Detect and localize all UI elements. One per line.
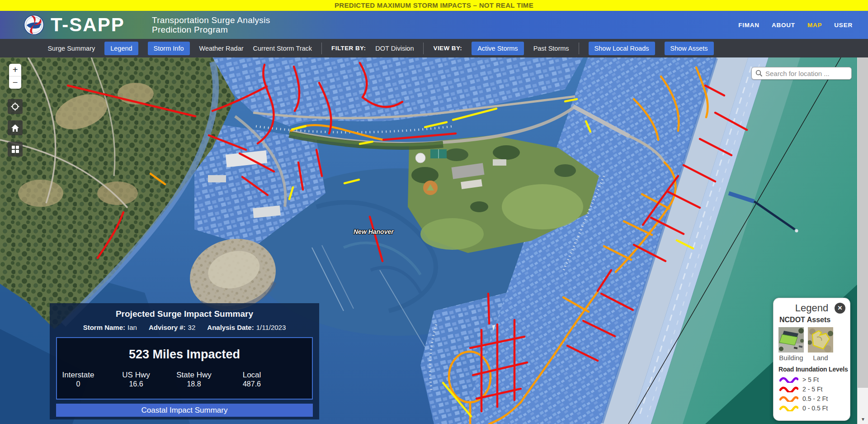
show-local-roads-button[interactable]: Show Local Roads [589, 42, 655, 55]
storm-info-button[interactable]: Storm Info [148, 42, 190, 55]
miles-impacted-box: 523 Miles Impacted Interstate 0 US Hwy 1… [56, 337, 313, 400]
asset-thumbnails [778, 327, 850, 353]
page-scrollbar[interactable]: ▼ [857, 57, 868, 424]
miles-impacted-total: 523 Miles Impacted [57, 348, 312, 362]
zoom-control: + − [9, 64, 21, 89]
analysis-date: Analysis Date:1/11/2023 [207, 324, 286, 331]
us-hwy-column: US Hwy 16.6 [118, 371, 154, 388]
surge-impact-panel: Projected Surge Impact Summary Storm Nam… [50, 303, 319, 419]
nav-fiman[interactable]: FIMAN [738, 22, 760, 29]
grid-icon [11, 145, 19, 153]
surge-summary-link[interactable]: Surge Summary [47, 45, 95, 52]
app-subtitle: Transportation Surge Analysis Prediction… [152, 15, 270, 34]
location-search [751, 67, 852, 80]
locate-icon [11, 102, 19, 111]
zoom-in-button[interactable]: + [9, 64, 21, 76]
home-icon [11, 124, 19, 132]
asset-thumbnail-labels: Building Land [778, 354, 850, 362]
scrollbar-thumb[interactable] [858, 57, 868, 388]
state-hwy-column: State Hwy 18.8 [176, 371, 212, 388]
inundation-levels-heading: Road Inundation Levels [778, 366, 850, 373]
surge-panel-meta: Storm Name:Ian Advisory #:32 Analysis Da… [50, 324, 319, 331]
view-by-label: VIEW BY: [433, 45, 462, 52]
zoom-out-button[interactable]: − [9, 76, 21, 89]
nav-user[interactable]: USER [834, 22, 853, 29]
county-label: New Hanover [354, 228, 394, 235]
map-canvas[interactable]: New Hanover + − [0, 57, 868, 424]
interstate-column: Interstate 0 [61, 371, 96, 388]
header-nav: FIMAN ABOUT MAP USER [738, 11, 853, 39]
storm-name: Storm Name:Ian [83, 324, 137, 331]
app-subtitle-line2: Prediction Program [152, 25, 270, 34]
wave-swatch-yellow [779, 405, 798, 411]
toolbar-divider [321, 43, 322, 54]
current-storm-track-link[interactable]: Current Storm Track [253, 45, 312, 52]
wave-swatch-purple [779, 376, 798, 383]
toolbar-divider [579, 43, 579, 54]
weather-radar-link[interactable]: Weather Radar [199, 45, 244, 52]
app-header: T-SAPP Transportation Surge Analysis Pre… [0, 11, 868, 39]
scrollbar-down-arrow[interactable]: ▼ [858, 416, 868, 423]
local-column: Local 487.6 [234, 371, 269, 388]
wave-swatch-orange [779, 395, 798, 402]
nav-about[interactable]: ABOUT [772, 22, 795, 29]
map-toolbar: Surge Summary Legend Storm Info Weather … [0, 39, 868, 57]
app-title: T-SAPP [51, 11, 125, 38]
home-button[interactable] [8, 120, 23, 135]
building-label: Building [778, 354, 804, 362]
land-label: Land [808, 354, 833, 362]
app-subtitle-line1: Transportation Surge Analysis [152, 15, 270, 25]
inundation-level-row: 0.5 - 2 Ft [779, 394, 850, 403]
tsapp-application: PREDICTED MAXIMUM STORM IMPACTS – NOT RE… [0, 0, 868, 424]
ncdot-assets-heading: NCDOT Assets [779, 316, 850, 324]
basemap-gallery-button[interactable] [8, 142, 23, 157]
search-input[interactable] [765, 70, 845, 77]
miles-impacted-breakdown: Interstate 0 US Hwy 16.6 State Hwy 18.8 … [57, 371, 273, 388]
surge-panel-title: Projected Surge Impact Summary [50, 309, 319, 319]
close-icon[interactable]: ✕ [835, 303, 845, 314]
nav-map[interactable]: MAP [807, 22, 822, 29]
toolbar-divider [423, 43, 424, 54]
map-toolbar-items: Surge Summary Legend Storm Info Weather … [47, 42, 713, 55]
inundation-level-row: > 5 Ft [779, 375, 850, 384]
coastal-impact-summary-button[interactable]: Coastal Impact Summary [56, 404, 313, 417]
warning-banner: PREDICTED MAXIMUM STORM IMPACTS – NOT RE… [0, 0, 868, 11]
inundation-level-row: 0 - 0.5 Ft [779, 403, 850, 413]
legend-button[interactable]: Legend [104, 42, 138, 55]
show-assets-button[interactable]: Show Assets [665, 42, 714, 55]
land-asset-thumbnail [808, 327, 833, 353]
search-icon [755, 70, 763, 77]
dot-division-option[interactable]: DOT Division [375, 45, 414, 52]
water-tank [415, 153, 425, 163]
advisory-number: Advisory #:32 [149, 324, 195, 331]
building-asset-thumbnail [778, 327, 804, 353]
locate-button[interactable] [8, 99, 23, 114]
ncdot-logo-icon [24, 14, 44, 35]
active-storms-button[interactable]: Active Storms [472, 42, 524, 55]
legend-panel: ✕ Legend NCDOT Assets [773, 298, 850, 421]
wave-swatch-red [779, 386, 798, 392]
filter-by-label: FILTER BY: [331, 45, 366, 52]
inundation-level-row: 2 - 5 Ft [779, 384, 850, 394]
past-storms-option[interactable]: Past Storms [533, 45, 569, 52]
